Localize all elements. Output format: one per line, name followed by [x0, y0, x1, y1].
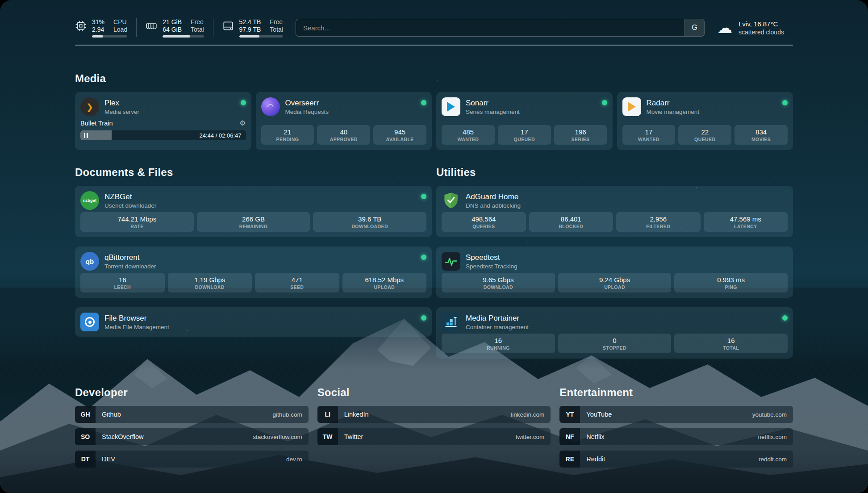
- portainer-icon: [442, 313, 460, 331]
- bookmark-name: Github: [102, 411, 121, 418]
- status-dot: [421, 100, 426, 105]
- now-playing-title: Bullet Train: [80, 120, 113, 127]
- stat-blocked: 86,401 BLOCKED: [529, 212, 613, 232]
- section-documents: Documents & Files nzbget NZBGet Usenet d…: [75, 166, 432, 359]
- bookmark-dev[interactable]: DT DEV dev.to: [75, 451, 309, 468]
- bookmark-linkedin[interactable]: LI LinkedIn linkedin.com: [317, 406, 551, 423]
- card-qbittorrent[interactable]: qb qBittorrent Torrent downloader 16 LEE…: [75, 246, 432, 298]
- memory-progress-bar: [163, 35, 204, 38]
- divider: [213, 18, 213, 37]
- service-name: Plex: [104, 99, 139, 108]
- card-speedtest[interactable]: Speedtest Speedtest Tracking 9.65 Gbps D…: [436, 246, 793, 298]
- memory-icon: [146, 20, 157, 33]
- card-filebrowser[interactable]: File Browser Media File Management: [75, 307, 432, 337]
- stat-wanted: 17 WANTED: [622, 125, 676, 145]
- card-plex[interactable]: ❯ Plex Media server Bullet Train ⚙: [75, 92, 251, 150]
- memory-total-label: Total: [191, 26, 204, 33]
- bookmark-github[interactable]: GH Github github.com: [75, 406, 309, 423]
- dashboard-screen: 31% CPU 2.94 Load: [0, 0, 868, 493]
- bookmark-name: Netflix: [586, 433, 604, 440]
- stat-pending: 21 PENDING: [261, 125, 314, 145]
- status-dot: [782, 100, 788, 105]
- card-sonarr[interactable]: Sonarr Series management 485 WANTED 17 Q…: [436, 92, 613, 150]
- bookmark-url: reddit.com: [759, 456, 793, 463]
- stat-running: 16 RUNNING: [442, 334, 555, 353]
- bookmark-twitter[interactable]: TW Twitter twitter.com: [317, 428, 551, 445]
- search-provider-button[interactable]: G: [684, 19, 704, 36]
- bookmark-abbr: YT: [559, 406, 580, 423]
- service-name: AdGuard Home: [466, 192, 521, 201]
- gear-icon[interactable]: ⚙: [239, 120, 246, 127]
- bookmark-name: Reddit: [586, 455, 605, 463]
- bookmark-abbr: GH: [75, 406, 96, 423]
- bookmark-reddit[interactable]: RE Reddit reddit.com: [559, 451, 793, 468]
- section-title-social: Social: [317, 386, 551, 399]
- stat-total: 16 TOTAL: [674, 334, 788, 353]
- stat-movies: 834 MOVIES: [734, 125, 788, 145]
- card-portainer[interactable]: Media Portainer Container management 16 …: [436, 307, 793, 359]
- disk-total: 97.9 TB: [239, 26, 261, 33]
- service-subtitle: Torrent downloader: [104, 263, 156, 270]
- disk-widget: 52.4 TB Free 97.9 TB Total: [222, 18, 283, 38]
- card-radarr[interactable]: Radarr Movie management 17 WANTED 22 QUE…: [617, 92, 793, 150]
- cloud-icon: ☁: [717, 20, 732, 35]
- memory-widget: 21 GiB Free 64 GiB Total: [146, 18, 204, 38]
- radarr-icon: [622, 97, 641, 116]
- disk-icon: [222, 20, 234, 33]
- bookmark-abbr: RE: [559, 451, 580, 468]
- search-input[interactable]: [296, 19, 684, 36]
- section-title-entertainment: Entertainment: [559, 386, 793, 399]
- bookmark-youtube[interactable]: YT YouTube youtube.com: [559, 406, 793, 423]
- sonarr-icon: [442, 97, 460, 116]
- section-title-media: Media: [75, 72, 793, 85]
- bookmark-abbr: LI: [317, 406, 338, 423]
- stat-ping: 0.993 ms PING: [674, 273, 788, 292]
- stat-remaining: 266 GB REMAINING: [197, 212, 310, 232]
- bookmark-url: dev.to: [286, 456, 309, 463]
- memory-free: 21 GiB: [163, 18, 182, 25]
- status-dot: [602, 100, 607, 105]
- service-subtitle: Media File Management: [104, 324, 169, 330]
- status-dot: [421, 194, 426, 199]
- section-developer: Developer GH Github github.com SO StackO…: [75, 386, 309, 473]
- card-nzbget[interactable]: nzbget NZBGet Usenet downloader 744.21 M…: [75, 186, 432, 237]
- bookmark-netflix[interactable]: NF Netflix netflix.com: [559, 428, 793, 445]
- pause-icon[interactable]: [84, 133, 88, 138]
- bookmark-stackoverflow[interactable]: SO StackOverflow stackoverflow.com: [75, 428, 309, 445]
- stat-upload: 618.52 Mbps UPLOAD: [342, 273, 427, 292]
- stat-downloaded: 39.6 TB DOWNLOADED: [313, 212, 426, 232]
- status-dot: [241, 100, 246, 105]
- stat-series: 196 SERIES: [554, 125, 607, 145]
- stat-available: 945 AVAILABLE: [373, 125, 426, 145]
- service-name: Radarr: [647, 99, 700, 108]
- adguard-icon: [442, 191, 460, 210]
- cpu-widget: 31% CPU 2.94 Load: [75, 18, 127, 38]
- memory-free-label: Free: [191, 18, 204, 25]
- bookmark-url: github.com: [273, 411, 309, 418]
- service-name: Sonarr: [466, 99, 520, 108]
- bookmark-name: LinkedIn: [344, 411, 369, 418]
- stat-stopped: 0 STOPPED: [558, 334, 672, 353]
- service-name: Media Portainer: [466, 314, 529, 323]
- status-dot: [782, 315, 788, 321]
- bookmark-url: linkedin.com: [511, 411, 551, 418]
- playback-progress-bar[interactable]: 24:44 / 02:06:47: [80, 130, 246, 140]
- card-adguard[interactable]: AdGuard Home DNS and adblocking 498,564 …: [436, 186, 793, 237]
- bookmark-name: Twitter: [344, 433, 363, 440]
- bookmark-abbr: NF: [559, 428, 580, 445]
- disk-total-label: Total: [270, 26, 283, 33]
- service-subtitle: Usenet downloader: [104, 202, 156, 209]
- service-name: Speedtest: [466, 253, 517, 262]
- weather-widget[interactable]: ☁ Lviv, 16.87°C scattered clouds: [717, 20, 793, 36]
- section-title-utilities: Utilities: [436, 166, 793, 179]
- stat-queued: 17 QUEUED: [498, 125, 551, 145]
- bookmark-name: StackOverflow: [102, 433, 143, 440]
- stat-approved: 40 APPROVED: [317, 125, 370, 145]
- stat-leech: 16 LEECH: [80, 273, 165, 292]
- card-overseerr[interactable]: ◠ Overseerr Media Requests 21 PENDING: [256, 92, 432, 150]
- bookmark-abbr: TW: [317, 428, 338, 445]
- service-subtitle: Media Requests: [285, 109, 329, 115]
- top-bar: 31% CPU 2.94 Load: [75, 0, 793, 42]
- stat-wanted: 485 WANTED: [442, 125, 495, 145]
- disk-free-label: Free: [270, 18, 283, 25]
